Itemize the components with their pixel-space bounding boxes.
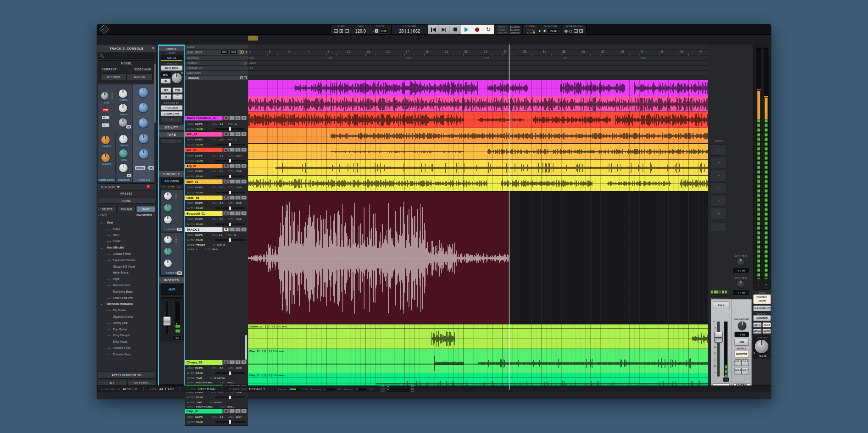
tree-item[interactable]: Snare <box>97 238 156 245</box>
mono-button[interactable]: MONO <box>753 329 762 334</box>
track-row-view-vol[interactable]: VIEWCLIPSVOL-2.6PANC <box>185 137 248 142</box>
rename-button[interactable]: RENAME <box>117 206 136 212</box>
track-row-auto[interactable]: AUTOREAD <box>185 206 248 211</box>
i-button[interactable]: I <box>229 196 235 200</box>
grid-button[interactable]: GRID <box>220 50 228 55</box>
global-solo[interactable]: S <box>527 31 529 34</box>
record-fx-add-button[interactable]: + <box>161 117 183 122</box>
m-button[interactable]: M <box>241 148 247 152</box>
tempo-value[interactable]: 120.0 <box>249 61 256 64</box>
record-arm-button[interactable] <box>223 148 229 152</box>
track-row-auto[interactable]: AUTOREAD <box>185 237 248 243</box>
i-button[interactable]: I <box>229 211 235 215</box>
m-button[interactable]: M <box>241 132 247 136</box>
ua-logo-icon[interactable] <box>100 25 109 34</box>
alt1-trim-knob[interactable] <box>737 258 745 266</box>
send-slot[interactable]: + <box>711 144 727 156</box>
tree-item[interactable]: Keys <box>97 276 156 282</box>
clip-header[interactable]: Clap _01Q♯0.00 semi <box>248 349 708 353</box>
preset-select[interactable]: NONE <box>98 198 155 204</box>
track-name[interactable]: Clap _01 <box>185 409 223 413</box>
bpm-value[interactable]: 120.0 <box>355 28 366 34</box>
track-lane[interactable] <box>248 160 708 176</box>
s-button[interactable]: S <box>235 164 241 168</box>
filter-button[interactable]: ∿ <box>102 123 109 127</box>
track-row-auto[interactable]: AUTOREAD <box>185 395 248 400</box>
global-cl[interactable]: CL <box>532 28 534 31</box>
track-name[interactable]: AC _01 <box>185 148 223 152</box>
m-button[interactable]: M <box>241 211 247 215</box>
track-name[interactable]: Chimes_01 <box>185 360 223 365</box>
tree-item[interactable]: Pop Guitar <box>97 327 156 333</box>
gate-in-button[interactable]: IN <box>126 125 131 129</box>
snap-button[interactable]: SNAP <box>229 50 238 55</box>
speaker-icon[interactable] <box>543 29 545 33</box>
track-row-view-vol[interactable]: VIEWCLIPSVOL0.0PANC <box>185 232 248 237</box>
global-dim-icon[interactable] <box>533 31 535 34</box>
pan-slider[interactable] <box>215 160 245 162</box>
counter-value[interactable]: 28 | 1 | 662 <box>399 28 420 34</box>
stop-button[interactable] <box>450 25 461 34</box>
bar-ruler-row[interactable]: 1357911131517192123252729313335373941434… <box>248 50 708 56</box>
track-name[interactable]: Bass _01 <box>185 196 223 200</box>
track-row-auto[interactable]: AUTOREAD <box>185 222 248 227</box>
view-mixer-icon[interactable] <box>345 29 349 33</box>
global-input[interactable]: I <box>530 28 531 31</box>
show-cue-outputs-button[interactable]: CUE OUTPUTS <box>753 305 771 311</box>
record-arm-button[interactable] <box>223 196 229 200</box>
mini-comp-in[interactable]: IN <box>177 271 182 275</box>
pan-slider[interactable] <box>215 176 245 177</box>
tree-item[interactable]: Big Snare <box>97 307 156 314</box>
pan-slider[interactable] <box>215 372 245 374</box>
clock-value[interactable]: INTERNAL <box>198 387 217 391</box>
send-slot[interactable]: + <box>711 170 727 181</box>
talk-button[interactable]: TALK <box>713 302 729 309</box>
ruler-signature-label[interactable]: SIGNATURE <box>185 66 248 71</box>
play-button[interactable] <box>461 25 472 34</box>
pan-slider[interactable] <box>215 207 245 209</box>
record-arm-button[interactable] <box>223 409 229 413</box>
loop-ruler-row[interactable] <box>248 45 708 50</box>
buffer-value[interactable]: DEFAULT <box>249 387 266 391</box>
m-button[interactable]: M <box>241 360 247 364</box>
tree-item[interactable]: Rumbling Bass <box>97 289 156 295</box>
tree-item[interactable]: Thunder Bass <box>97 352 156 358</box>
track-lane[interactable]: Chimes_01Q♯0.00 semi <box>248 324 708 349</box>
record-arm-button[interactable] <box>223 116 229 120</box>
dim-knob[interactable] <box>738 321 746 330</box>
track-header-selected[interactable]: TRACK 5ISMVIEWCLIPSVOL0.0PANCAUTOREADMOD… <box>185 227 248 250</box>
i-button[interactable]: I <box>229 409 235 413</box>
length-value[interactable]: 0|0|000 <box>510 31 520 34</box>
ruler-markers-label[interactable]: MARKERS <box>185 71 248 76</box>
favorites-star-icon[interactable]: ☆ <box>153 214 155 217</box>
i-button[interactable]: I <box>229 227 235 232</box>
power-led-icon[interactable] <box>147 185 150 189</box>
track-header[interactable]: Bouzouki_01ISMVIEWCLIPSVOL-2.6100L100RAU… <box>185 211 248 227</box>
tree-item[interactable]: Kick1 <box>97 226 156 232</box>
m-button[interactable]: M <box>241 227 247 232</box>
alt2-trim-knob[interactable] <box>737 280 745 288</box>
clip-header[interactable]: Clap _01Q♯0.00 semi <box>248 373 708 377</box>
track-row-auto[interactable]: AUTOREAD <box>185 371 248 376</box>
sends-extra-slot[interactable] <box>711 223 727 231</box>
input-section-header[interactable]: INPUT <box>159 45 184 51</box>
record-arm-button[interactable] <box>223 179 229 184</box>
m-button[interactable]: M <box>241 116 247 120</box>
record-arm-button[interactable] <box>223 227 229 232</box>
tree-item[interactable]: Explosive Drums <box>97 257 156 264</box>
workflow-list-icon[interactable] <box>574 29 578 33</box>
apply-all-button[interactable]: ALL <box>98 380 126 386</box>
track-row-auto[interactable]: AUTOREAD <box>185 126 248 131</box>
i-button[interactable]: I <box>229 148 235 152</box>
model-assign-button[interactable]: ASSIGN <box>126 73 153 80</box>
tree-item[interactable]: Sexy Sample <box>97 332 156 339</box>
record-fx-slot-2[interactable]: C-Suite C-Vox <box>161 111 183 116</box>
tape-add-button[interactable]: + <box>161 138 183 143</box>
tree-item[interactable]: Silky Vocal <box>97 339 156 345</box>
record-arm-button[interactable] <box>223 164 229 168</box>
pan-slider[interactable] <box>215 144 245 145</box>
record-fx-slot-1[interactable]: P De-Esser <box>161 105 183 110</box>
track-row-auto[interactable]: AUTOREAD <box>185 174 248 179</box>
ruler-loop-label[interactable]: LOOP <box>185 45 248 50</box>
delete-button[interactable]: DELETE <box>98 206 117 212</box>
